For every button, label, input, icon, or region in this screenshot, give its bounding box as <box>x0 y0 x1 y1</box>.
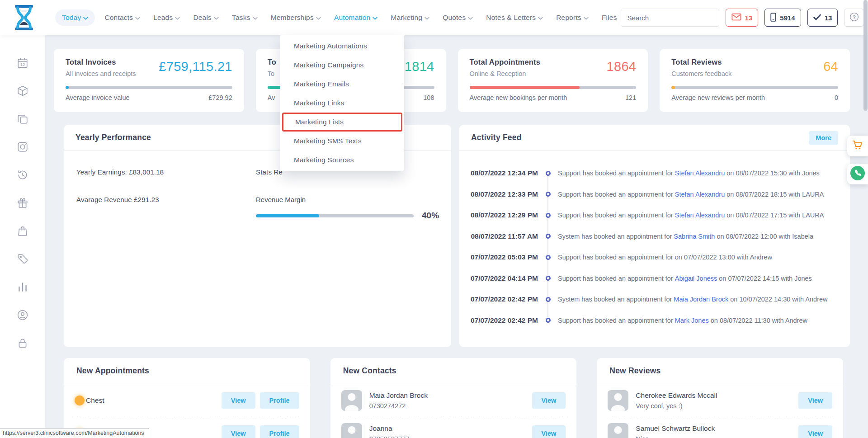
nav-item[interactable]: Automation <box>330 9 381 26</box>
nav-item[interactable]: Contacts <box>101 9 144 26</box>
dropdown-menu-item[interactable]: Marketing Sources <box>280 151 404 170</box>
timeline-marker-icon <box>546 192 551 197</box>
calendar-icon[interactable]: 12 <box>17 57 28 69</box>
dropdown-menu-item[interactable]: Marketing Lists <box>282 113 402 132</box>
stat-card-subtitle: All invoices and receipts <box>66 70 136 77</box>
contact-link[interactable]: Abigail Joness <box>675 275 717 282</box>
chevron-down-icon <box>584 17 589 20</box>
stat-footer-label: Average invoice value <box>66 94 130 101</box>
nav-item[interactable]: Tasks <box>228 9 261 26</box>
view-button[interactable]: View <box>798 392 832 409</box>
stat-progress-bar <box>66 86 232 89</box>
activity-timestamp: 08/07/2022 12:29 PM <box>470 211 538 219</box>
view-button[interactable]: View <box>222 425 255 438</box>
contact-avatar <box>341 390 362 411</box>
history-icon[interactable] <box>17 169 28 181</box>
revenue-margin-fill <box>256 214 319 217</box>
help-button[interactable]: ? <box>844 9 864 27</box>
nav-item-label: Memberships <box>271 14 314 22</box>
nav-item-label: Marketing <box>391 14 422 22</box>
contact-link[interactable]: Stefan Alexandru <box>675 170 725 177</box>
chevron-down-icon <box>214 17 219 20</box>
automation-dropdown-menu: Marketing Automations Marketing Campaign… <box>280 35 404 171</box>
activity-text-pre: Support has booked an appointment for <box>558 317 675 324</box>
bar-chart-icon[interactable] <box>17 281 28 293</box>
nav-item-label: Files <box>602 14 617 22</box>
profile-button[interactable]: Profile <box>260 392 299 409</box>
shopping-bag-icon[interactable] <box>17 225 28 237</box>
activity-text: Support has booked an appointment for on… <box>558 254 841 261</box>
page-scrollbar[interactable] <box>863 0 868 111</box>
dropdown-menu-item[interactable]: Marketing SMS Texts <box>280 132 404 151</box>
clinicsoftware-logo[interactable] <box>13 4 35 31</box>
stat-card-title: Total Reviews <box>671 58 731 66</box>
review-row: Samuel Schwartz Bullock Nice View <box>608 417 832 438</box>
review-text: Nice <box>636 435 715 438</box>
revenue-margin-percent: 40% <box>422 211 439 221</box>
tag-icon[interactable] <box>17 253 28 265</box>
stat-card-title: Total Invoices <box>66 58 136 66</box>
gift-icon[interactable] <box>17 197 28 209</box>
timeline-marker-icon <box>546 255 551 260</box>
appointment-row: Chest View Profile <box>75 384 299 417</box>
view-button[interactable]: View <box>222 392 255 409</box>
revenue-margin-block: Revenue Margin 40% <box>256 196 439 221</box>
nav-item[interactable]: Today <box>55 9 95 26</box>
phone-widget[interactable] <box>847 164 868 184</box>
nav-item[interactable]: Leads <box>150 9 184 26</box>
nav-item[interactable]: Quotes <box>439 9 476 26</box>
copy-icon[interactable] <box>17 113 28 125</box>
view-button[interactable]: View <box>532 392 566 409</box>
messages-badge[interactable]: 13 <box>726 9 759 27</box>
cart-widget[interactable] <box>847 136 868 156</box>
support-icon[interactable] <box>17 309 28 321</box>
contact-link[interactable]: Stefan Alexandru <box>675 191 725 198</box>
profile-button[interactable]: Profile <box>260 425 299 438</box>
svg-text:?: ? <box>853 14 856 20</box>
activity-timestamp: 08/07/2022 12:33 PM <box>470 190 538 198</box>
left-sidebar: 12 <box>0 35 45 438</box>
activity-text-post: on 08/07/2022 15:30 with Jones <box>725 170 820 177</box>
more-button[interactable]: More <box>809 131 838 145</box>
timeline-marker-icon <box>546 297 551 302</box>
contact-link[interactable]: Stefan Alexandru <box>675 212 725 219</box>
nav-item-label: Automation <box>334 14 370 22</box>
stat-footer-label: Average new bookings per month <box>470 94 567 101</box>
contact-link[interactable]: Maia Jordan Brock <box>674 296 728 303</box>
activity-text-pre: Support has booked an appointment for <box>558 254 675 261</box>
timeline-marker-icon <box>546 276 551 281</box>
nav-item[interactable]: Reports <box>552 9 592 26</box>
stat-card-title: To <box>268 58 276 66</box>
contact-link[interactable]: Mark Jones <box>675 317 709 324</box>
dropdown-menu-item[interactable]: Marketing Links <box>280 94 404 113</box>
activity-entry: 07/07/2022 04:14 PM Support has booked a… <box>470 268 841 289</box>
dropdown-menu-item[interactable]: Marketing Automations <box>280 37 404 56</box>
photo-icon[interactable] <box>17 141 28 153</box>
status-bar-url: https://server3.clinicsoftware.com/Marke… <box>0 428 149 438</box>
contact-link[interactable]: Sabrina Smith <box>674 233 715 240</box>
tasks-badge[interactable]: 13 <box>807 9 838 27</box>
view-button[interactable]: View <box>798 425 832 438</box>
activity-text: Support has booked an appointment for Ma… <box>558 317 841 324</box>
dropdown-menu-item[interactable]: Marketing Campaigns <box>280 56 404 75</box>
contact-phone: 0730274272 <box>369 402 428 410</box>
nav-item[interactable]: Deals <box>189 9 222 26</box>
stat-progress-fill <box>671 86 675 89</box>
nav-item[interactable]: Notes & Letters <box>482 9 547 26</box>
activity-timestamp: 07/07/2022 04:14 PM <box>470 274 538 283</box>
activity-feed-list: 08/07/2022 12:34 PM Support has booked a… <box>470 163 841 331</box>
stat-card-title: Total Appointments <box>470 58 541 66</box>
activity-timestamp: 07/07/2022 02:42 PM <box>470 295 538 303</box>
calls-badge[interactable]: 5914 <box>764 9 801 27</box>
package-icon[interactable] <box>17 85 28 97</box>
lock-icon[interactable] <box>17 337 28 349</box>
search-input[interactable] <box>621 9 719 26</box>
nav-item-label: Deals <box>193 14 212 22</box>
nav-item[interactable]: Files <box>598 9 621 26</box>
nav-item[interactable]: Memberships <box>267 9 325 26</box>
status-dot-icon <box>75 396 85 405</box>
view-button[interactable]: View <box>532 425 566 438</box>
dropdown-menu-item[interactable]: Marketing Emails <box>280 75 404 94</box>
new-contacts-panel: New Contacts Maia Jordan Brock 073027427… <box>330 358 577 438</box>
nav-item[interactable]: Marketing <box>387 9 433 26</box>
